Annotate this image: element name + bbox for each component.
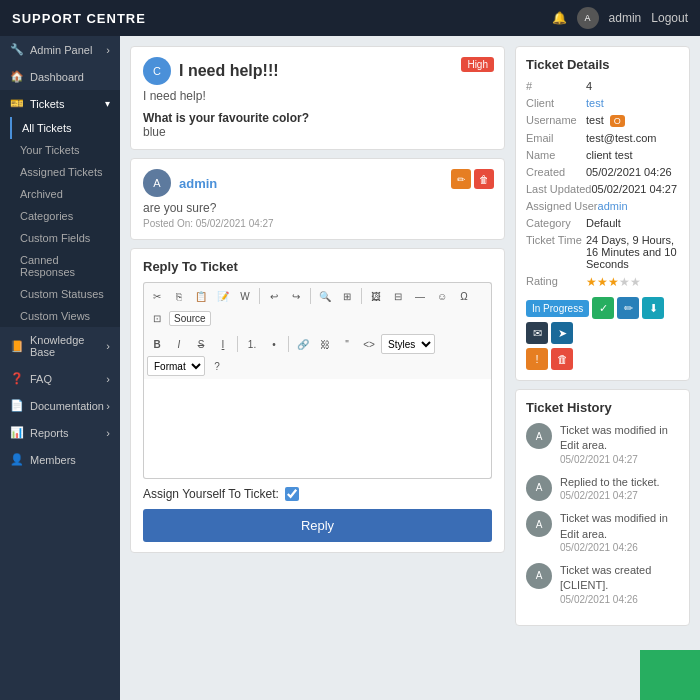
assign-checkbox[interactable] [285, 487, 299, 501]
sidebar-item-archived[interactable]: Archived [10, 183, 120, 205]
delete-message-btn[interactable]: 🗑 [474, 169, 494, 189]
reply-title: Reply To Ticket [143, 259, 492, 274]
reply-editor[interactable] [143, 379, 492, 479]
hline-btn[interactable]: — [410, 286, 430, 306]
delete-action-btn[interactable]: 🗑 [551, 348, 573, 370]
special-char-btn[interactable]: Ω [454, 286, 474, 306]
iframe-btn[interactable]: ⊡ [147, 308, 167, 328]
divider4 [237, 336, 238, 352]
chevron-right-icon5: › [106, 427, 110, 439]
sidebar-item-reports[interactable]: 📊 Reports › [0, 419, 120, 446]
history-time-0: 05/02/2021 04:27 [560, 454, 679, 465]
paste-word-btn[interactable]: W [235, 286, 255, 306]
sidebar-item-custom-statuses[interactable]: Custom Statuses [10, 283, 120, 305]
bold-btn[interactable]: B [147, 334, 167, 354]
copy-btn[interactable]: ⎘ [169, 286, 189, 306]
telegram-action-btn[interactable]: ➤ [551, 322, 573, 344]
created-label: Created [526, 166, 586, 178]
divider3 [361, 288, 362, 304]
sidebar-item-members[interactable]: 👤 Members [0, 446, 120, 473]
unlink-btn[interactable]: ⛓ [315, 334, 335, 354]
sidebar-item-dashboard[interactable]: 🏠 Dashboard [0, 63, 120, 90]
edit-action-btn[interactable]: ✏ [617, 297, 639, 319]
redo-btn[interactable]: ↪ [286, 286, 306, 306]
styles-select[interactable]: Styles [381, 334, 435, 354]
ticket-answer: blue [143, 125, 492, 139]
code-btn[interactable]: <> [359, 334, 379, 354]
detail-email-row: Email test@test.com [526, 132, 679, 144]
ul-btn[interactable]: • [264, 334, 284, 354]
edit-message-btn[interactable]: ✏ [451, 169, 471, 189]
wrench-icon: 🔧 [10, 43, 24, 56]
bell-icon[interactable]: 🔔 [552, 11, 567, 25]
history-title: Ticket History [526, 400, 679, 415]
time-value: 24 Days, 9 Hours, 16 Minutes and 10 Seco… [586, 234, 679, 270]
cut-btn[interactable]: ✂ [147, 286, 167, 306]
history-text-0: Ticket was modified in Edit area. [560, 423, 679, 454]
sidebar-item-canned-responses[interactable]: Canned Responses [10, 249, 120, 283]
paste-btn[interactable]: 📋 [191, 286, 211, 306]
reply-form: Reply To Ticket ✂ ⎘ 📋 📝 W ↩ ↪ 🔍 ⊞ 🖼 [130, 248, 505, 553]
right-panel: Ticket Details # 4 Client test Username … [515, 46, 690, 690]
sidebar-item-tickets[interactable]: 🎫 Tickets ▾ [0, 90, 120, 117]
ol-btn[interactable]: 1. [242, 334, 262, 354]
download-action-btn[interactable]: ⬇ [642, 297, 664, 319]
sidebar-item-custom-fields[interactable]: Custom Fields [10, 227, 120, 249]
sidebar-item-knowledge-base[interactable]: 📙 Knowledge Base › [0, 327, 120, 365]
rating-label: Rating [526, 275, 586, 289]
logout-button[interactable]: Logout [651, 11, 688, 25]
sidebar-item-all-tickets[interactable]: All Tickets [10, 117, 120, 139]
divider5 [288, 336, 289, 352]
sidebar-item-categories[interactable]: Categories [10, 205, 120, 227]
help-btn[interactable]: ? [207, 356, 227, 376]
history-item-1: A Replied to the ticket. 05/02/2021 04:2… [526, 475, 679, 501]
italic-btn[interactable]: I [169, 334, 189, 354]
format-select[interactable]: Format [147, 356, 205, 376]
history-avatar-2: A [526, 511, 552, 537]
client-label: Client [526, 97, 586, 109]
editor-toolbar-row1: ✂ ⎘ 📋 📝 W ↩ ↪ 🔍 ⊞ 🖼 ⊟ — ☺ Ω [143, 282, 492, 331]
history-avatar-0: A [526, 423, 552, 449]
sidebar: 🔧 Admin Panel › 🏠 Dashboard 🎫 Tickets ▾ … [0, 36, 120, 700]
find-btn[interactable]: 🔍 [315, 286, 335, 306]
assigned-value[interactable]: admin [598, 200, 628, 212]
warning-action-btn[interactable]: ! [526, 348, 548, 370]
select-all-btn[interactable]: ⊞ [337, 286, 357, 306]
question-icon: ❓ [10, 372, 24, 385]
underline-btn[interactable]: I [213, 334, 233, 354]
chart-icon: 📊 [10, 426, 24, 439]
sidebar-item-documentation[interactable]: 📄 Documentation › [0, 392, 120, 419]
client-value[interactable]: test [586, 97, 604, 109]
top-navigation: SUPPORT CENTRE 🔔 A admin Logout [0, 0, 700, 36]
detail-updated-row: Last Updated 05/02/2021 04:27 [526, 183, 679, 195]
status-badge[interactable]: In Progress [526, 300, 589, 317]
emoji-btn[interactable]: ☺ [432, 286, 452, 306]
assign-action-btn[interactable]: ✓ [592, 297, 614, 319]
paste-text-btn[interactable]: 📝 [213, 286, 233, 306]
members-icon: 👤 [10, 453, 24, 466]
sidebar-item-admin-panel[interactable]: 🔧 Admin Panel › [0, 36, 120, 63]
strike-btn[interactable]: S [191, 334, 211, 354]
undo-btn[interactable]: ↩ [264, 286, 284, 306]
main-content: C I need help!!! High I need help! What … [120, 36, 700, 700]
ticket-title: I need help!!! [179, 62, 279, 80]
table-btn[interactable]: ⊟ [388, 286, 408, 306]
reply-button[interactable]: Reply [143, 509, 492, 542]
detail-username-row: Username test O [526, 114, 679, 127]
blockquote-btn[interactable]: " [337, 334, 357, 354]
source-btn[interactable]: Source [169, 311, 211, 326]
sidebar-item-assigned-tickets[interactable]: Assigned Tickets [10, 161, 120, 183]
sidebar-item-your-tickets[interactable]: Your Tickets [10, 139, 120, 161]
link-btn[interactable]: 🔗 [293, 334, 313, 354]
home-icon: 🏠 [10, 70, 24, 83]
image-btn[interactable]: 🖼 [366, 286, 386, 306]
history-time-3: 05/02/2021 04:26 [560, 594, 679, 605]
green-corner-element [640, 650, 700, 700]
details-title: Ticket Details [526, 57, 679, 72]
detail-client-row: Client test [526, 97, 679, 109]
detail-time-row: Ticket Time 24 Days, 9 Hours, 16 Minutes… [526, 234, 679, 270]
sidebar-item-custom-views[interactable]: Custom Views [10, 305, 120, 327]
client-avatar: C [143, 57, 171, 85]
mail-action-btn[interactable]: ✉ [526, 322, 548, 344]
sidebar-item-faq[interactable]: ❓ FAQ › [0, 365, 120, 392]
